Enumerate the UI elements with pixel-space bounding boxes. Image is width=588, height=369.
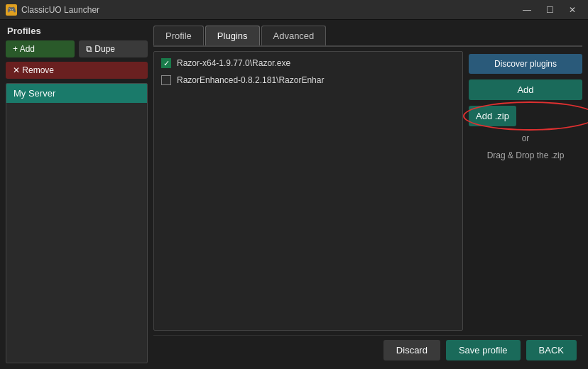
tabs: Profile Plugins Advanced — [153, 26, 582, 47]
window-controls: — ☐ ✕ — [517, 3, 582, 17]
add-zip-wrapper: Add .zip — [469, 106, 582, 126]
add-profile-button[interactable]: + Add — [6, 40, 75, 57]
plugin-item-razor[interactable]: ✓ Razor-x64-1.9.77.0\Razor.exe — [154, 55, 462, 72]
close-button[interactable]: ✕ — [562, 3, 582, 17]
discard-button[interactable]: Discard — [383, 340, 440, 360]
add-zip-button[interactable]: Add .zip — [469, 106, 516, 126]
profile-list: My Server — [6, 83, 148, 363]
tab-content: ✓ Razor-x64-1.9.77.0\Razor.exe RazorEnha… — [153, 51, 582, 331]
app-icon: 🎮 — [6, 4, 17, 16]
titlebar: 🎮 ClassicUO Launcher — ☐ ✕ — [0, 0, 588, 20]
or-text: or — [469, 133, 582, 143]
maximize-button[interactable]: ☐ — [540, 3, 560, 17]
plugin-name-razorenhanced: RazorEnhanced-0.8.2.181\RazorEnhar — [177, 75, 324, 85]
tab-plugins[interactable]: Plugins — [205, 26, 260, 45]
profile-item[interactable]: My Server — [6, 84, 147, 103]
discover-plugins-button[interactable]: Discover plugins — [469, 54, 582, 74]
back-button[interactable]: BACK — [526, 340, 577, 360]
bottom-bar: Discard Save profile BACK — [153, 335, 582, 363]
drag-drop-text: Drag & Drop the .zip — [469, 150, 582, 160]
tab-profile[interactable]: Profile — [153, 26, 204, 45]
plugin-item-razorenhanced[interactable]: RazorEnhanced-0.8.2.181\RazorEnhar — [154, 72, 462, 89]
app-title: ClassicUO Launcher — [21, 5, 517, 15]
main-content: Profiles + Add ⧉ Dupe ✕ Remove My Server… — [0, 20, 588, 369]
tab-advanced[interactable]: Advanced — [261, 26, 327, 45]
add-plugin-button[interactable]: Add — [469, 79, 582, 100]
plugin-checkbox-razor[interactable]: ✓ — [161, 58, 171, 68]
right-panel: Profile Plugins Advanced ✓ Razor-x64-1.9… — [153, 26, 582, 363]
left-panel: Profiles + Add ⧉ Dupe ✕ Remove My Server — [6, 26, 148, 363]
minimize-button[interactable]: — — [517, 3, 537, 17]
plugin-checkbox-razorenhanced[interactable] — [161, 75, 171, 85]
remove-profile-button[interactable]: ✕ Remove — [6, 62, 148, 79]
action-panel: Discover plugins Add Add .zip or Drag & … — [469, 51, 582, 331]
profile-buttons-row: + Add ⧉ Dupe — [6, 40, 148, 57]
profiles-label: Profiles — [6, 26, 148, 36]
save-profile-button[interactable]: Save profile — [446, 340, 521, 360]
dupe-profile-button[interactable]: ⧉ Dupe — [79, 40, 148, 57]
plugin-name-razor: Razor-x64-1.9.77.0\Razor.exe — [177, 58, 290, 68]
plugin-list: ✓ Razor-x64-1.9.77.0\Razor.exe RazorEnha… — [153, 51, 463, 331]
